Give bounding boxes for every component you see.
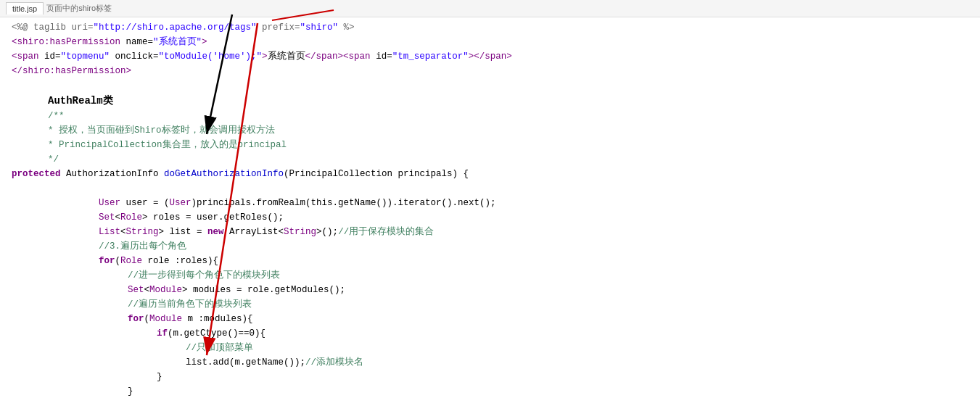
line-comment-modules: //进一步得到每个角色下的模块列表: [12, 268, 968, 283]
line-close-if: }: [12, 370, 968, 384]
line-comment-top-menu: //只加顶部菜单: [12, 341, 968, 355]
line-has-permission-close: </shiro:hasPermission>: [12, 64, 968, 78]
code-content: <%@ taglib uri="http://shiro.apache.org/…: [0, 17, 980, 398]
line-method-sig: protected AuthorizationInfo doGetAuthori…: [12, 167, 968, 181]
line-if-ctype: if(m.getCtype()==0){: [12, 326, 968, 341]
line-has-permission: <shiro:hasPermission name="系统首页">: [12, 35, 968, 49]
line-comment-traverse-modules: //遍历当前角色下的模块列表: [12, 297, 968, 312]
line-list: List<String> list = new ArrayList<String…: [12, 225, 968, 239]
line-comment3: * PrincipalCollection集合里，放入的是principal: [12, 138, 968, 152]
line-comment4: */: [12, 152, 968, 167]
line-authrealm-heading: AuthRealm类: [12, 93, 968, 109]
tab-info: 页面中的shiro标签: [46, 3, 112, 14]
line-user: User user = (User)principals.fromRealm(t…: [12, 196, 968, 210]
line-comment-traverse: //3.遍历出每个角色: [12, 239, 968, 254]
line-comment2: * 授权，当页面碰到Shiro标签时，就会调用授权方法: [12, 123, 968, 138]
line-span-topmenu: <span id="topmenu" onclick="toModule('ho…: [12, 49, 968, 64]
line-list-add: list.add(m.getName());//添加模块名: [12, 355, 968, 370]
line-for-roles: for(Role role :roles){: [12, 254, 968, 268]
line-close-for-module: }: [12, 384, 968, 398]
line-comment1: /**: [12, 109, 968, 123]
line-blank2: [12, 181, 968, 196]
line-set-modules: Set<Module> modules = role.getModules();: [12, 283, 968, 297]
line-for-modules: for(Module m :modules){: [12, 312, 968, 326]
line-set-roles: Set<Role> roles = user.getRoles();: [12, 210, 968, 225]
title-bar: title.jsp 页面中的shiro标签: [0, 0, 980, 17]
line-blank1: [12, 78, 968, 93]
editor-container: title.jsp 页面中的shiro标签 <%@ taglib uri="ht…: [0, 0, 980, 398]
line-taglib: <%@ taglib uri="http://shiro.apache.org/…: [12, 20, 968, 35]
tab-label[interactable]: title.jsp: [6, 2, 44, 14]
